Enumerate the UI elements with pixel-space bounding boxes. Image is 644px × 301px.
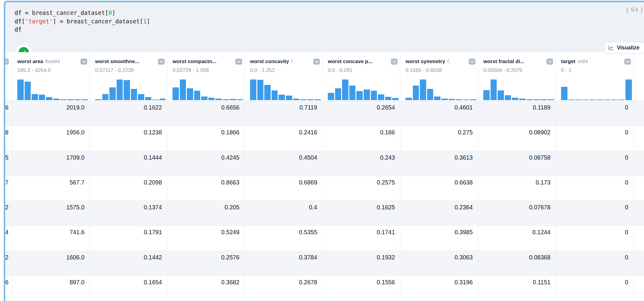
table-cell-worst-symmetry[interactable]: 0.2364: [400, 201, 478, 226]
histogram-bar: [349, 86, 356, 100]
table-cell-worst-concave-p[interactable]: 0.1932: [323, 251, 400, 276]
histogram-bar: [201, 96, 207, 100]
column-menu-button[interactable]: [391, 59, 398, 65]
visualize-button[interactable]: Visualize: [604, 42, 644, 54]
table-cell-worst-smoothne[interactable]: 0.2098: [90, 176, 167, 201]
table-cell-worst-compactn[interactable]: 0.4245: [167, 151, 245, 176]
column-name: worst area: [17, 59, 43, 65]
table-cell-worst-area[interactable]: 2019.0: [12, 101, 90, 126]
column-header-worst-area: worst areafloat64185.2 - 4254.0: [12, 52, 90, 101]
histogram-bar: [406, 98, 412, 100]
histogram-bar: [194, 91, 200, 100]
column-menu-button[interactable]: [313, 59, 320, 65]
column-range: 0.0 - 1.252: [245, 65, 322, 73]
table-cell-worst-fractal-di[interactable]: 0.07678: [478, 201, 556, 226]
table-cell-worst-smoothne[interactable]: 0.1238: [90, 126, 167, 151]
histogram-bar: [279, 95, 285, 100]
table-cell-worst-fractal-di[interactable]: 0.1244: [478, 226, 556, 251]
table-cell-worst-concavity[interactable]: 0.4504: [245, 151, 323, 176]
table-cell-worst-compactn[interactable]: 0.8663: [167, 176, 245, 201]
table-cell-target[interactable]: 0: [556, 151, 634, 176]
table-cell-worst-compactn[interactable]: 0.6656: [167, 101, 245, 126]
chevron-down-icon: [82, 61, 86, 63]
table-cell-target[interactable]: 0: [556, 126, 634, 151]
column-menu-button[interactable]: [469, 59, 475, 65]
histogram-bar: [39, 95, 45, 100]
table-cell-target[interactable]: 0: [556, 101, 634, 126]
column-menu-button[interactable]: [5, 59, 9, 65]
code-editor[interactable]: [ 54 ] df = breast_cancer_dataset[0]df['…: [5, 2, 644, 52]
table-cell-worst-fractal-di[interactable]: 0.173: [478, 176, 556, 201]
table-cell-worst-smoothne[interactable]: 0.1374: [90, 201, 167, 226]
table-cell-worst-fractal-di[interactable]: 0.1151: [478, 276, 556, 301]
table-cell-worst-compactn[interactable]: 0.1866: [167, 126, 245, 151]
table-cell-worst-concavity[interactable]: 0.7119: [245, 101, 323, 126]
column-menu-button[interactable]: [624, 59, 631, 65]
table-cell-worst-area[interactable]: 1956.0: [12, 126, 90, 151]
table-cell-target[interactable]: 0: [556, 226, 634, 251]
table-cell-spacer: [634, 201, 644, 226]
table-cell-worst-area[interactable]: 1709.0: [12, 151, 90, 176]
table-cell-worst-symmetry[interactable]: 0.3063: [400, 251, 478, 276]
table-cell-target[interactable]: 0: [556, 276, 634, 301]
table-cell-worst-concavity[interactable]: 0.3784: [245, 251, 323, 276]
column-name: worst fractal di...: [483, 59, 524, 65]
table-cell-worst-area[interactable]: 1606.0: [12, 251, 90, 276]
table-cell-worst-concavity[interactable]: 0.4: [245, 201, 323, 226]
table-cell-worst-compactn[interactable]: 0.3682: [167, 276, 245, 301]
execution-count: [ 54 ]: [627, 6, 643, 13]
histogram-bar: [109, 87, 116, 100]
histogram-bar: [441, 99, 448, 100]
table-cell-worst-concave-p[interactable]: 0.1625: [323, 201, 400, 226]
table-cell-worst-symmetry[interactable]: 0.6638: [400, 176, 478, 201]
table-cell-worst-symmetry[interactable]: 0.3613: [400, 151, 478, 176]
table-cell-worst-concave-p[interactable]: 0.1556: [323, 276, 400, 301]
histogram-bar: [519, 99, 526, 100]
column-menu-button[interactable]: [158, 59, 165, 65]
table-cell-worst-concavity[interactable]: 0.5355: [245, 226, 323, 251]
table-cell-worst-symmetry[interactable]: 0.275: [400, 126, 478, 151]
table-cell-worst-concave-p[interactable]: 0.1741: [323, 226, 400, 251]
table-cell-worst-symmetry[interactable]: 0.4601: [400, 101, 478, 126]
table-cell-worst-smoothne[interactable]: 0.1654: [90, 276, 167, 301]
table-cell-target[interactable]: 0: [556, 251, 634, 276]
table-cell-worst-compactn[interactable]: 0.5249: [167, 226, 245, 251]
table-cell-worst-concave-p[interactable]: 0.186: [323, 126, 400, 151]
table-cell-worst-smoothne[interactable]: 0.1444: [90, 151, 167, 176]
table-cell-worst-area[interactable]: 741.6: [12, 226, 90, 251]
table-cell-worst-concavity[interactable]: 0.2416: [245, 126, 323, 151]
table-cell-worst-compactn[interactable]: 0.205: [167, 201, 245, 226]
table-cell-spacer: [634, 226, 644, 251]
table-cell-worst-area[interactable]: 1575.0: [12, 201, 90, 226]
table-cell-worst-area[interactable]: 897.0: [12, 276, 90, 301]
table-cell-target[interactable]: 0: [556, 201, 634, 226]
column-histogram: [328, 79, 399, 100]
column-menu-button[interactable]: [235, 59, 242, 65]
row-index-fragment: 5: [5, 151, 12, 176]
table-cell-worst-compactn[interactable]: 0.2576: [167, 251, 245, 276]
table-cell-worst-concave-p[interactable]: 0.243: [323, 151, 400, 176]
column-histogram: [17, 79, 88, 100]
table-cell-worst-fractal-di[interactable]: 0.08902: [478, 126, 556, 151]
table-cell-worst-fractal-di[interactable]: 0.08368: [478, 251, 556, 276]
table-cell-worst-concave-p[interactable]: 0.2654: [323, 101, 400, 126]
table-cell-spacer: [634, 151, 644, 176]
column-range: 0 - 1: [556, 65, 633, 73]
table-cell-worst-symmetry[interactable]: 0.3985: [400, 226, 478, 251]
table-cell-worst-fractal-di[interactable]: 0.08758: [478, 151, 556, 176]
code-line-2: df['target'] = breast_cancer_dataset[1]: [15, 17, 644, 26]
table-cell-worst-smoothne[interactable]: 0.1622: [90, 101, 167, 126]
table-cell-worst-fractal-di[interactable]: 0.1189: [478, 101, 556, 126]
table-cell-worst-smoothne[interactable]: 0.1442: [90, 251, 167, 276]
table-cell-worst-symmetry[interactable]: 0.3196: [400, 276, 478, 301]
table-cell-worst-concave-p[interactable]: 0.2575: [323, 176, 400, 201]
histogram-bar: [483, 90, 490, 100]
table-cell-target[interactable]: 0: [556, 176, 634, 201]
table-cell-worst-area[interactable]: 567.7: [12, 176, 90, 201]
table-cell-worst-smoothne[interactable]: 0.1791: [90, 226, 167, 251]
table-cell-worst-concavity[interactable]: 0.6869: [245, 176, 323, 201]
column-menu-button[interactable]: [546, 59, 553, 65]
table-cell-worst-concavity[interactable]: 0.2678: [245, 276, 323, 301]
column-menu-button[interactable]: [80, 59, 87, 65]
table-row: 4741.60.17910.52490.53550.17410.39850.12…: [5, 226, 644, 251]
